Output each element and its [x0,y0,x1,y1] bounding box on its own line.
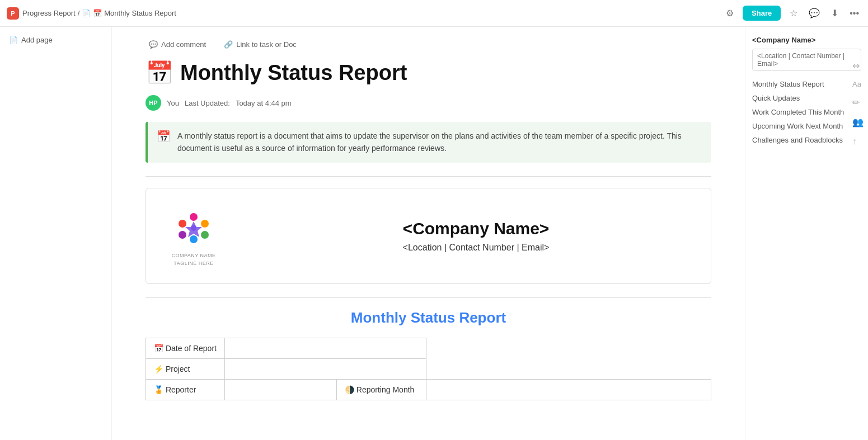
report-section-title: Monthly Status Report [146,309,711,327]
settings-icon[interactable]: ⚙ [724,6,736,21]
date-label-text: Date of Report [166,344,217,353]
add-comment-label: Add comment [161,40,206,49]
sidebar-item-challenges[interactable]: Challenges and Roadblocks [752,135,861,145]
svg-point-7 [191,225,196,231]
search-icon[interactable]: 💬 [806,6,822,21]
breadcrumb-separator: / [78,9,80,17]
title-emoji: 📅 [146,60,173,86]
reporter-label-text: Reporter [166,385,196,394]
author-row: HP You Last Updated: Today at 4:44 pm [146,95,711,111]
topbar: P Progress Report / 📄 📅 Monthly Status R… [0,0,868,27]
reporter-label: 🏅 Reporter [146,379,225,400]
users-icon[interactable]: 👥 [852,117,864,127]
collapse-icon[interactable]: ⇔ [852,60,864,71]
reporting-month-text: Reporting Month [356,385,415,394]
sidebar-nav: Monthly Status Report Quick Updates Work… [752,79,861,145]
sidebar-company-name: <Company Name> [752,36,861,44]
company-name-heading: <Company Name> [252,219,700,238]
last-updated-label: Last Updated: [185,99,230,107]
date-of-report-label: 📅 Date of Report [146,338,225,358]
company-logo-box: COMPANY NAME TAGLINE HERE [157,200,230,272]
reporter-icon: 🏅 [154,385,163,394]
left-sidebar: 📄 Add page [0,27,112,440]
sidebar-item-monthly-status[interactable]: Monthly Status Report [752,79,861,89]
company-logo-svg [171,206,216,250]
divider-2 [146,297,711,298]
sidebar-location: <Location | Contact Number | Email> [752,49,861,71]
company-card: COMPANY NAME TAGLINE HERE <Company Name>… [146,188,711,284]
sidebar-item-quick-updates[interactable]: Quick Updates [752,93,861,103]
add-page-label: Add page [21,36,53,44]
project-label-text: Project [166,365,190,373]
main-layout: 📄 Add page 💬 Add comment 🔗 Link to task … [0,27,868,440]
logo-company-name: COMPANY NAME [171,253,215,258]
reporter-value[interactable] [224,379,336,400]
share-button[interactable]: Share [743,6,781,21]
add-page-icon: 📄 [9,36,18,44]
breadcrumb-doc[interactable]: Monthly Status Report [104,9,176,17]
report-table: 📅 Date of Report ⚡ Project 🏅 Reporte [146,338,711,400]
table-row: ⚡ Project [146,358,711,379]
link-icon: 🔗 [224,40,233,49]
reporting-month-icon: 🌗 [345,385,354,394]
svg-point-4 [179,231,186,239]
add-page-button[interactable]: 📄 Add page [4,34,107,46]
logo-tagline: TAGLINE HERE [173,261,213,266]
reporting-month-value[interactable] [426,379,711,400]
center-content: 💬 Add comment 🔗 Link to task or Doc 📅 Mo… [112,27,745,440]
more-icon[interactable]: ••• [847,6,861,21]
svg-point-0 [190,213,198,221]
reporting-month-label: 🌗 Reporting Month [336,379,426,400]
toolbar-row: 💬 Add comment 🔗 Link to task or Doc [146,38,711,51]
project-value[interactable] [224,358,426,379]
svg-point-2 [201,231,209,239]
comment-icon: 💬 [149,40,158,49]
date-of-report-value[interactable] [224,338,426,358]
font-size-icon[interactable]: Aa [852,80,864,88]
doc-icon: 📄 [82,9,91,17]
topbar-left: P Progress Report / 📄 📅 Monthly Status R… [7,7,724,20]
last-updated-value: Today at 4:44 pm [236,99,292,107]
star-icon[interactable]: ☆ [787,6,800,21]
svg-point-1 [201,220,209,228]
divider-1 [146,176,711,177]
app-icon: P [7,7,19,20]
company-info: <Company Name> <Location | Contact Numbe… [252,219,700,253]
callout-text: A monthly status report is a document th… [177,130,702,155]
sidebar-item-work-completed[interactable]: Work Completed This Month [752,107,861,117]
share-icon[interactable]: ↑ [852,136,864,146]
page-title: Monthly Status Report [180,61,407,85]
link-label: Link to task or Doc [236,40,297,49]
project-icon: ⚡ [154,365,163,373]
author-name: You [167,99,179,107]
svg-point-3 [190,235,198,243]
sidebar-action-icons: ⇔ Aa ✏ 👥 ↑ [852,60,864,146]
callout-box: 📅 A monthly status report is a document … [146,122,711,163]
add-comment-button[interactable]: 💬 Add comment [146,38,209,51]
breadcrumb-doc-icon: 📅 [93,9,102,17]
avatar: HP [146,95,161,111]
date-icon: 📅 [154,344,163,353]
project-label: ⚡ Project [146,358,225,379]
right-sidebar: <Company Name> <Location | Contact Numbe… [745,27,868,440]
link-button[interactable]: 🔗 Link to task or Doc [220,38,300,51]
callout-icon: 📅 [157,130,171,143]
doc-title-row: 📅 Monthly Status Report [146,60,711,86]
table-row: 🏅 Reporter 🌗 Reporting Month [146,379,711,400]
company-contact: <Location | Contact Number | Email> [252,243,700,253]
breadcrumb: Progress Report / 📄 📅 Monthly Status Rep… [22,9,176,17]
svg-point-5 [179,220,186,228]
topbar-right: ⚙ Share ☆ 💬 ⬇ ••• [724,6,861,21]
table-row: 📅 Date of Report [146,338,711,358]
download-icon[interactable]: ⬇ [829,6,841,21]
edit-icon[interactable]: ✏ [852,97,864,108]
sidebar-item-upcoming-work[interactable]: Upcoming Work Next Month [752,121,861,131]
breadcrumb-parent[interactable]: Progress Report [22,9,76,17]
